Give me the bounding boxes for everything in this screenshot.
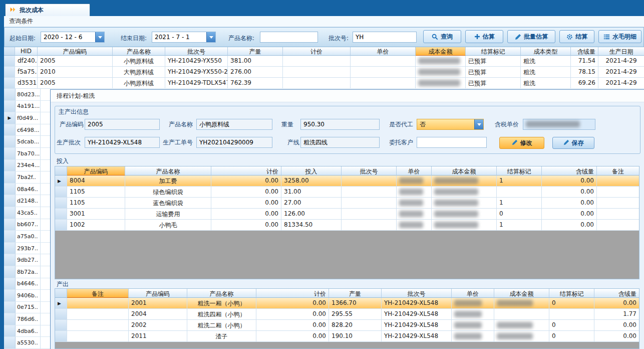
table-row[interactable]: df240... 2005 小鸭原料绒 YH-210429-YX550 381.… — [4, 56, 644, 67]
column-header-settle-mark[interactable]: 结算标记 — [497, 166, 542, 176]
row-selector[interactable]: ▶ — [4, 89, 16, 100]
estimate-button[interactable]: 估算 — [465, 30, 503, 43]
end-date-dropdown-button[interactable] — [206, 32, 215, 42]
row-selector[interactable]: ▶ — [4, 195, 16, 207]
row-selector[interactable]: ▶ — [4, 278, 16, 290]
row-selector[interactable]: ▶ — [55, 220, 67, 230]
row-selector[interactable]: ▶ — [55, 176, 67, 186]
row-selector[interactable]: ▶ — [4, 325, 16, 337]
row-selector[interactable]: ▶ — [55, 320, 67, 330]
column-header-pricing[interactable]: 计价 — [256, 289, 329, 298]
table-row[interactable]: ▶ c6498... — [4, 124, 50, 136]
table-row[interactable]: ▶ a5530.. — [4, 337, 50, 349]
row-selector[interactable]: ▶ — [4, 112, 16, 124]
column-header-settle-mark[interactable]: 结算标记 — [549, 289, 594, 298]
table-row[interactable]: ▶ 43ca5.. — [4, 207, 50, 219]
column-header-note[interactable]: 备注 — [67, 289, 129, 298]
product-name-input[interactable] — [260, 32, 317, 42]
batch-no-field[interactable] — [353, 32, 417, 43]
row-selector[interactable]: ▶ — [55, 209, 67, 219]
row-selector[interactable]: ▶ — [4, 254, 16, 266]
column-header-cost-type[interactable]: 成本类型 — [521, 47, 571, 56]
column-header-product-name[interactable]: 产品名称 — [113, 47, 165, 56]
column-header-batch-no[interactable]: 批次号 — [382, 289, 452, 298]
column-header-product-name[interactable]: 产品名称 — [187, 289, 256, 298]
start-date-field[interactable] — [41, 32, 105, 43]
row-selector[interactable] — [4, 78, 15, 88]
table-row[interactable]: ▶ 80d23... — [4, 89, 50, 101]
column-header-cost-amount[interactable]: 成本金额 — [416, 47, 466, 56]
column-header-unit-price[interactable]: 单价 — [452, 289, 494, 298]
table-row[interactable]: ▶ 1002 小鸭毛 0.00 81334.50 1 0.00 — [55, 220, 639, 231]
row-selector[interactable]: ▶ — [4, 243, 16, 254]
column-header-down-content[interactable]: 含绒量 — [594, 289, 639, 298]
table-row[interactable]: ▶ 8004 加工费 0.00 3258.00 1 0.00 — [55, 176, 639, 187]
row-selector[interactable]: ▶ — [4, 171, 16, 183]
prod-line-input[interactable] — [300, 137, 380, 148]
table-row[interactable]: ▶ 2004 粗洗四厢（小鸭） 0.00 295.55 YH-210429-XL… — [55, 309, 639, 320]
tab-batch-cost[interactable]: 批次成本 — [5, 4, 90, 16]
start-date-dropdown-button[interactable] — [95, 32, 104, 42]
column-header-product-code[interactable]: 产品编码 — [38, 47, 113, 56]
column-header-down-content[interactable]: 含绒量 — [571, 47, 598, 56]
row-selector[interactable] — [4, 67, 15, 77]
row-selector[interactable]: ▶ — [4, 219, 16, 231]
row-selector[interactable]: ▶ — [4, 266, 16, 278]
table-row[interactable]: ▶ 9db27.. — [4, 254, 50, 266]
oem-dropdown-button[interactable] — [474, 119, 483, 129]
table-row[interactable]: ▶ 9406b.. — [4, 290, 50, 302]
table-row[interactable]: ▶ 293b7.. — [4, 243, 50, 255]
modify-button[interactable]: 修改 — [499, 137, 544, 149]
table-row[interactable]: ▶ 08a46.. — [4, 184, 50, 196]
table-row[interactable]: ▶ 1105 蓝色编织袋 0.00 27.00 1 0.00 — [55, 198, 639, 209]
row-selector[interactable]: ▶ — [4, 231, 16, 242]
table-row[interactable]: ▶ d2148.. — [4, 195, 50, 207]
product-name-input[interactable] — [196, 119, 272, 130]
row-selector[interactable]: ▶ — [4, 302, 16, 313]
water-detail-button[interactable]: 水毛明细 — [598, 30, 641, 43]
table-row[interactable]: ▶ f0d49... — [4, 112, 50, 124]
select-all-header[interactable] — [55, 289, 67, 298]
row-selector[interactable]: ▶ — [55, 198, 67, 208]
select-all-header[interactable] — [4, 47, 15, 56]
column-header-prod-date[interactable]: 生产日期 — [598, 47, 644, 56]
row-selector[interactable]: ▶ — [4, 148, 16, 159]
row-selector[interactable]: ▶ — [4, 337, 16, 348]
product-name-field[interactable] — [260, 32, 318, 43]
batch-estimate-button[interactable]: 批量估算 — [507, 30, 555, 43]
table-row[interactable]: ▶ 4a191... — [4, 101, 50, 113]
table-row[interactable]: d3531... 2005 小鸭原料绒 YH-210429-TDLX547 76… — [4, 78, 644, 89]
column-header-cost-amount[interactable]: 成本金额 — [494, 289, 549, 298]
table-row[interactable]: ▶ 3001 运输费用 0.00 126.00 0 0.00 — [55, 209, 639, 220]
work-order-input[interactable] — [196, 137, 272, 148]
tax-price-field[interactable] — [523, 119, 595, 130]
column-header-batch-no[interactable]: 批次号 — [165, 47, 228, 56]
weight-input[interactable] — [300, 119, 380, 130]
table-row[interactable]: f5a75... 2010 大鸭原料绒 YH-210429-YX550-2 27… — [4, 67, 644, 78]
row-selector[interactable]: ▶ — [4, 124, 16, 136]
column-header-input-qty[interactable]: 投入 — [281, 166, 342, 176]
table-row[interactable]: ▶ 234e4... — [4, 160, 50, 172]
column-header-unit-price[interactable]: 单价 — [351, 47, 416, 56]
table-row[interactable]: ▶ a75a0.. — [4, 231, 50, 243]
prod-batch-input[interactable] — [85, 137, 160, 148]
row-selector[interactable]: ▶ — [55, 298, 67, 308]
save-button[interactable]: 保存 — [552, 137, 594, 149]
row-selector[interactable]: ▶ — [4, 207, 16, 219]
settle-button[interactable]: 结算 — [559, 30, 594, 43]
table-row[interactable]: ▶ 7ba70... — [4, 148, 50, 160]
batch-no-input[interactable] — [353, 32, 416, 42]
column-header-product-code[interactable]: 产品编码 — [67, 166, 125, 176]
client-input[interactable] — [417, 137, 487, 148]
column-header-settle-mark[interactable]: 结算标记 — [466, 47, 521, 56]
column-header-hid[interactable]: HID — [15, 47, 38, 56]
column-header-output-qty[interactable]: 产量 — [329, 289, 382, 298]
column-header-product-name[interactable]: 产品名称 — [125, 166, 211, 176]
column-header-down-content[interactable]: 含绒量 — [542, 166, 597, 176]
start-date-input[interactable] — [41, 32, 95, 42]
column-header-unit-price[interactable]: 单价 — [397, 166, 432, 176]
oem-combobox[interactable]: 否 — [417, 119, 484, 130]
row-selector[interactable] — [4, 56, 15, 66]
column-header-pricing[interactable]: 计价 — [283, 47, 351, 56]
row-selector[interactable]: ▶ — [4, 184, 16, 195]
